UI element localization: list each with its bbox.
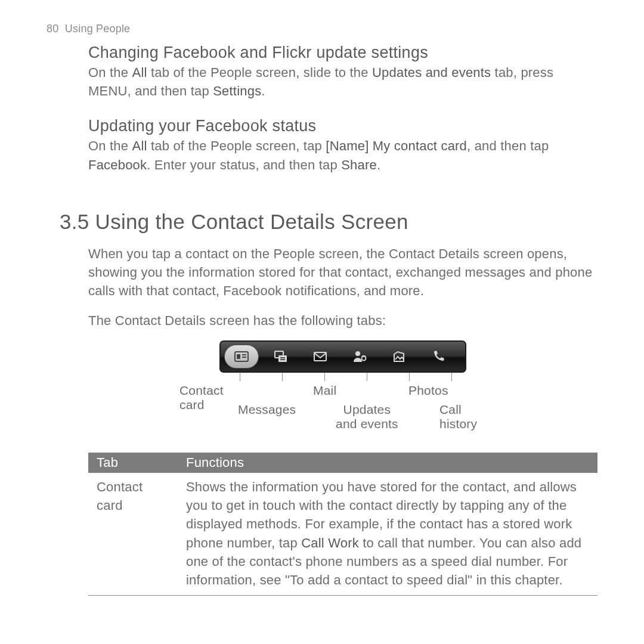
mail-icon <box>312 349 329 364</box>
cell-functions: Shows the information you have stored fo… <box>178 473 597 596</box>
label-contact-card: Contactcard <box>179 383 224 412</box>
tab-labels: Contactcard Messages Mail Updatesand eve… <box>176 381 510 435</box>
tab-updates[interactable] <box>342 345 377 369</box>
label-photos: Photos <box>408 383 448 398</box>
svg-point-9 <box>355 351 360 356</box>
col-functions: Functions <box>178 453 597 473</box>
tab-messages[interactable] <box>264 345 298 369</box>
updates-icon <box>351 349 368 364</box>
page-header: 80 Using People <box>47 23 597 35</box>
svg-rect-5 <box>278 355 287 362</box>
paragraph: When you tap a contact on the People scr… <box>88 244 597 301</box>
svg-point-10 <box>362 356 366 360</box>
photos-icon <box>391 349 407 364</box>
label-mail: Mail <box>313 383 336 398</box>
svg-rect-1 <box>237 354 240 359</box>
messages-icon <box>273 349 289 364</box>
subsection-fb-status: Updating your Facebook status On the All… <box>88 117 597 174</box>
phone-icon <box>430 349 447 364</box>
tab-functions-table: Tab Functions Contact card Shows the inf… <box>88 453 597 596</box>
heading-fb-status: Updating your Facebook status <box>88 117 597 135</box>
paragraph: On the All tab of the People screen, sli… <box>88 63 597 100</box>
tab-mail[interactable] <box>303 345 338 369</box>
label-messages: Messages <box>238 402 296 417</box>
label-call-history: Callhistory <box>439 402 477 431</box>
subsection-flickr: Changing Facebook and Flickr update sett… <box>88 44 597 100</box>
cell-tab: Contact card <box>88 473 178 596</box>
svg-rect-8 <box>314 352 326 361</box>
section-name: Using People <box>65 23 130 35</box>
label-updates: Updatesand events <box>336 402 398 431</box>
tabbar-figure: Contactcard Messages Mail Updatesand eve… <box>88 340 597 435</box>
heading-main: 3.5 Using the Contact Details Screen <box>60 210 597 234</box>
col-tab: Tab <box>88 453 178 473</box>
leader-lines <box>219 373 466 381</box>
id-card-icon <box>233 349 250 364</box>
tabbar <box>219 340 466 373</box>
table-row: Contact card Shows the information you h… <box>88 473 597 596</box>
paragraph: The Contact Details screen has the follo… <box>88 311 597 330</box>
tab-photos[interactable] <box>382 345 416 369</box>
heading-flickr: Changing Facebook and Flickr update sett… <box>88 44 597 62</box>
table-header-row: Tab Functions <box>88 453 597 473</box>
paragraph: On the All tab of the People screen, tap… <box>88 137 597 174</box>
tab-call-history[interactable] <box>421 345 456 369</box>
page-number: 80 <box>47 23 58 35</box>
tab-contact-card[interactable] <box>224 345 259 369</box>
